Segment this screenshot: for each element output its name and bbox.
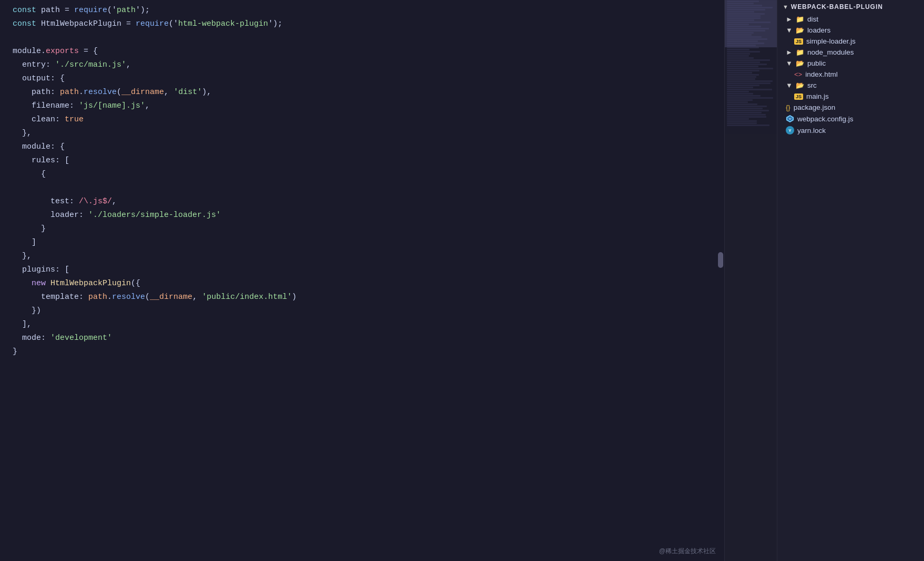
minimap-line: [727, 57, 754, 59]
explorer-title: WEBPACK-BABEL-PLUGIN: [791, 3, 883, 11]
code-line: loader: './loaders/simple-loader.js': [8, 209, 724, 223]
tree-item-label: index.html: [805, 70, 838, 78]
chevron-down-icon: ▼: [786, 26, 793, 34]
minimap-line: [727, 68, 773, 69]
chevron-right-icon: ►: [786, 48, 793, 56]
minimap-line: [727, 116, 766, 118]
code-line: {: [8, 168, 724, 182]
code-line: output: {: [8, 72, 724, 86]
scrollbar[interactable]: [717, 0, 724, 561]
minimap-line: [727, 97, 773, 99]
minimap-line: [727, 120, 757, 122]
code-line: module.exports = {: [8, 45, 724, 59]
chevron-right-icon: ►: [786, 15, 793, 23]
yarn-file-icon: Y: [786, 126, 794, 134]
tree-item-node_modules[interactable]: ►📁node_modules: [777, 47, 924, 58]
minimap-line: [727, 74, 759, 76]
minimap-line: [727, 118, 749, 120]
code-line: }: [8, 346, 724, 359]
minimap-line: [727, 124, 769, 126]
file-explorer: ▼ WEBPACK-BABEL-PLUGIN ►📁dist▼📂loadersJS…: [777, 0, 924, 561]
code-line: ],: [8, 318, 724, 332]
minimap-line: [727, 82, 771, 84]
code-line: plugins: [: [8, 264, 724, 277]
code-line: }: [8, 223, 724, 236]
js-file-icon: JS: [794, 94, 803, 100]
minimap-line: [727, 78, 755, 80]
tree-item-label: package.json: [794, 103, 836, 111]
minimap-line: [727, 91, 749, 92]
minimap-line: [727, 93, 753, 95]
code-line: const path = require('path');: [8, 4, 724, 18]
minimap-line: [727, 76, 756, 78]
tree-item-loaders[interactable]: ▼📂loaders: [777, 25, 924, 36]
code-line: module: {: [8, 141, 724, 154]
tree-item-label: main.js: [806, 92, 829, 100]
code-line: [8, 32, 724, 45]
folder-icon: 📂: [796, 59, 804, 67]
code-line: new HtmlWebpackPlugin({: [8, 277, 724, 291]
minimap-line: [727, 66, 758, 67]
code-line: },: [8, 127, 724, 141]
minimap-line: [727, 72, 752, 74]
code-line: entry: './src/main.js',: [8, 59, 724, 72]
json-file-icon: {}: [786, 103, 790, 111]
code-line: const HtmlWebpackPlugin = require('html-…: [8, 18, 724, 32]
tree-item-src[interactable]: ▼📂src: [777, 80, 924, 91]
minimap-line: [727, 106, 767, 107]
tree-item-public[interactable]: ▼📂public: [777, 58, 924, 69]
minimap-line: [727, 64, 767, 65]
tree-item-dist[interactable]: ►📁dist: [777, 14, 924, 25]
code-line: mode: 'development': [8, 332, 724, 346]
tree-item-label: yarn.lock: [797, 127, 826, 134]
code-line: filename: 'js/[name].js',: [8, 100, 724, 113]
tree-item-label: simple-loader.js: [806, 37, 856, 45]
tree-item-yarn-lock[interactable]: Yyarn.lock: [777, 124, 924, 136]
minimap-viewport: [725, 0, 777, 47]
tree-item-index-html[interactable]: <>index.html: [777, 69, 924, 80]
minimap-line: [727, 114, 766, 116]
minimap-line: [727, 85, 759, 86]
minimap-line: [727, 70, 759, 71]
minimap-line: [727, 53, 750, 55]
folder-icon: 📁: [796, 15, 804, 23]
tree-item-main-js[interactable]: JSmain.js: [777, 91, 924, 102]
minimap-line: [727, 112, 762, 113]
code-line: path: path.resolve(__dirname, 'dist'),: [8, 86, 724, 100]
minimap-line: [727, 101, 748, 103]
code-line: }): [8, 305, 724, 318]
minimap-line: [727, 55, 749, 57]
minimap-line: [727, 122, 757, 124]
webpack-file-icon: W: [786, 115, 794, 123]
html-file-icon: <>: [794, 70, 802, 78]
minimap-line: [727, 89, 772, 90]
watermark: @稀土掘金技术社区: [659, 547, 716, 556]
scrollbar-thumb[interactable]: [718, 252, 723, 268]
code-line: },: [8, 250, 724, 264]
minimap-line: [727, 49, 750, 50]
minimap-line: [727, 103, 757, 105]
folder-icon: 📁: [796, 48, 804, 56]
minimap-line: [727, 99, 753, 101]
tree-item-simple-loader[interactable]: JSsimple-loader.js: [777, 36, 924, 47]
code-line: rules: [: [8, 154, 724, 168]
file-tree: ►📁dist▼📂loadersJSsimple-loader.js►📁node_…: [777, 14, 924, 136]
folder-icon: 📂: [796, 26, 804, 34]
tree-item-label: node_modules: [807, 48, 854, 56]
chevron-down-icon: ▼: [786, 59, 793, 67]
tree-item-package-json[interactable]: {}package.json: [777, 102, 924, 113]
code-line: test: /\.js$/,: [8, 195, 724, 209]
minimap-line: [727, 95, 761, 97]
minimap-line: [727, 87, 753, 88]
minimap-line: [727, 80, 773, 82]
svg-text:W: W: [788, 117, 792, 120]
tree-item-webpack-config[interactable]: Wwebpack.config.js: [777, 113, 924, 124]
tree-item-label: webpack.config.js: [797, 115, 854, 123]
tree-item-label: public: [807, 59, 826, 67]
tree-item-label: src: [807, 81, 817, 89]
js-file-icon: JS: [794, 38, 803, 45]
minimap-line: [727, 51, 760, 53]
code-editor: const path = require('path');const HtmlW…: [0, 0, 724, 561]
minimap-line: [727, 110, 769, 111]
minimap-line: [727, 61, 760, 63]
